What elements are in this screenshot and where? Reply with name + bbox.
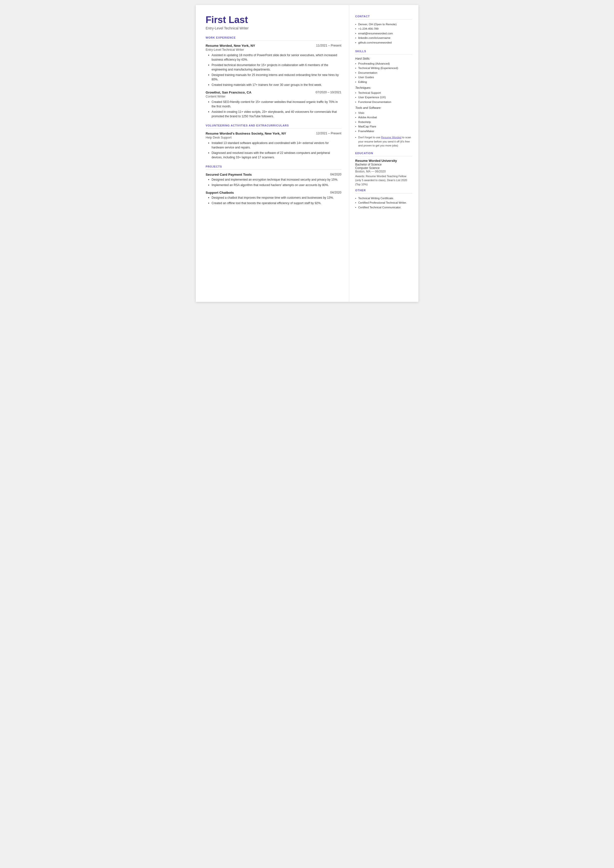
techniques-list: Technical Support User Experience (UX) F… [355, 90, 412, 104]
note-prefix: Don't forget to use [358, 136, 381, 139]
other-item: Technical Writing Certificate. [355, 196, 412, 200]
education-section-label: EDUCATION [355, 152, 412, 155]
projects-divider [206, 169, 341, 170]
contact-item: email@resumeworded.com [355, 31, 412, 36]
bullet-item: Created training materials with 17+ trai… [208, 83, 341, 87]
contact-item: github.com/resumeworded [355, 40, 412, 45]
volunteering-label: VOLUNTEERING ACTIVITIES AND EXTRACURRICU… [206, 124, 341, 127]
tools-list: Visio Adobe Acrobat RoboHelp MadCap Flar… [355, 110, 412, 134]
skill-item: Adobe Acrobat [355, 115, 412, 120]
job-2-role: Content Writer [206, 95, 341, 98]
work-divider [206, 40, 341, 41]
hard-skills-list: Proofreading (Advanced) Technical Writin… [355, 61, 412, 84]
other-section-label: OTHER [355, 189, 412, 192]
other-divider [355, 193, 412, 194]
tools-label: Tools and Software: [355, 106, 412, 110]
skill-item: Technical Writing (Experienced) [355, 66, 412, 70]
skill-item: FrameMaker [355, 129, 412, 134]
other-item: Certified Technical Communicator. [355, 205, 412, 210]
volunteer-1: Resume Worded's Business Society, New Yo… [206, 132, 341, 160]
resume-worded-link[interactable]: Resume Worded [381, 136, 402, 139]
bullet-item: Assisted in creating 11+ video scripts, … [208, 110, 341, 118]
right-column: CONTACT Denver, OH (Open to Remote) +1-2… [349, 5, 419, 302]
volunteer-1-company: Resume Worded's Business Society, New Yo… [206, 132, 286, 135]
skill-item: RoboHelp [355, 120, 412, 124]
bullet-item: Designed and implemented an encryption t… [208, 177, 341, 182]
bullet-item: Designed a chatbot that improves the res… [208, 196, 341, 200]
bullet-item: Diagnosed and resolved issues with the s… [208, 151, 341, 160]
project-2-title: Support Chatbots [206, 191, 234, 194]
contact-list: Denver, OH (Open to Remote) +1-234-456-7… [355, 22, 412, 45]
job-1: Resume Worded, New York, NY 11/2021 – Pr… [206, 44, 341, 87]
project-1: Secured Card Payment Tools 04/2020 Desig… [206, 173, 341, 187]
edu-degree: Bachelor of Science [355, 163, 412, 166]
job-2-date: 07/2020 – 10/2021 [316, 90, 341, 94]
edu-awards: Awards: Resume Worded Teaching Fellow (o… [355, 174, 412, 186]
contact-item: +1-234-456-789 [355, 26, 412, 31]
project-1-header: Secured Card Payment Tools 04/2020 [206, 173, 341, 176]
skills-divider [355, 54, 412, 54]
skill-item: Visio [355, 110, 412, 115]
name-block: First Last Entry-Level Technical Writer [206, 15, 341, 30]
job-2-company: Growthsi, San Francisco, CA [206, 90, 251, 94]
project-2-bullets: Designed a chatbot that improves the res… [206, 196, 341, 205]
volunteer-1-date: 12/2021 – Present [316, 132, 341, 135]
edu-field: Computer Science [355, 166, 412, 170]
job-2-header: Growthsi, San Francisco, CA 07/2020 – 10… [206, 90, 341, 94]
volunteer-1-role: Help Desk Support [206, 136, 341, 139]
other-list: Technical Writing Certificate. Certified… [355, 196, 412, 210]
project-1-date: 04/2020 [330, 173, 341, 176]
bullet-item: Created SEO-friendly content for 15+ cus… [208, 100, 341, 109]
contact-item: linkedin.com/in/username [355, 36, 412, 40]
skill-item: MadCap Flare [355, 124, 412, 129]
job-1-company: Resume Worded, New York, NY [206, 44, 255, 48]
contact-divider [355, 19, 412, 20]
project-1-title: Secured Card Payment Tools [206, 173, 252, 176]
resume-worded-note: Don't forget to use Resume Worded to sca… [355, 135, 412, 148]
skill-item: User Guides [355, 75, 412, 79]
skill-item: Documentation [355, 70, 412, 75]
bullet-item: Provided technical documentation for 15+… [208, 63, 341, 72]
other-item: Certified Professional Technical Writer. [355, 200, 412, 205]
resume-container: First Last Entry-Level Technical Writer … [196, 5, 419, 302]
job-1-header: Resume Worded, New York, NY 11/2021 – Pr… [206, 44, 341, 48]
job-1-bullets: Assisted in updating 18 months of PowerP… [206, 53, 341, 87]
skills-section-label: SKILLS [355, 50, 412, 53]
job-1-date: 11/2021 – Present [316, 44, 341, 47]
job-2: Growthsi, San Francisco, CA 07/2020 – 10… [206, 90, 341, 118]
volunteer-1-bullets: Installed 13 standard software applicati… [206, 141, 341, 160]
project-2-header: Support Chatbots 04/2020 [206, 191, 341, 194]
volunteer-1-header: Resume Worded's Business Society, New Yo… [206, 132, 341, 135]
hard-skills-label: Hard Skills: [355, 57, 412, 61]
skill-item: Functional Documentation [355, 100, 412, 104]
skill-item: Technical Support [355, 90, 412, 95]
left-column: First Last Entry-Level Technical Writer … [196, 5, 349, 302]
bullet-item: Implemented an RSA algorithm that reduce… [208, 183, 341, 187]
project-2: Support Chatbots 04/2020 Designed a chat… [206, 191, 341, 205]
candidate-name: First Last [206, 15, 341, 25]
bullet-item: Assisted in updating 18 months of PowerP… [208, 53, 341, 62]
bullet-item: Installed 13 standard software applicati… [208, 141, 341, 150]
work-experience-label: WORK EXPERIENCE [206, 36, 341, 39]
project-2-date: 04/2020 [330, 191, 341, 194]
skill-item: Proofreading (Advanced) [355, 61, 412, 66]
projects-label: PROJECTS [206, 165, 341, 168]
contact-section-label: CONTACT [355, 15, 412, 18]
contact-item: Denver, OH (Open to Remote) [355, 22, 412, 26]
job-2-bullets: Created SEO-friendly content for 15+ cus… [206, 100, 341, 118]
skill-item: Editing [355, 80, 412, 84]
bullet-item: Designed training manuals for 25 incomin… [208, 73, 341, 82]
bullet-item: Created an offline tool that boosts the … [208, 201, 341, 205]
techniques-label: Techniques: [355, 86, 412, 90]
project-1-bullets: Designed and implemented an encryption t… [206, 177, 341, 187]
candidate-title: Entry-Level Technical Writer [206, 26, 341, 30]
education-entry: Resume Worded University Bachelor of Sci… [355, 159, 412, 186]
edu-date: Boston, MA — 06/2020 [355, 170, 412, 173]
job-1-role: Entry-Level Technical Writer [206, 48, 341, 51]
skill-item: User Experience (UX) [355, 95, 412, 99]
edu-school: Resume Worded University [355, 159, 412, 163]
